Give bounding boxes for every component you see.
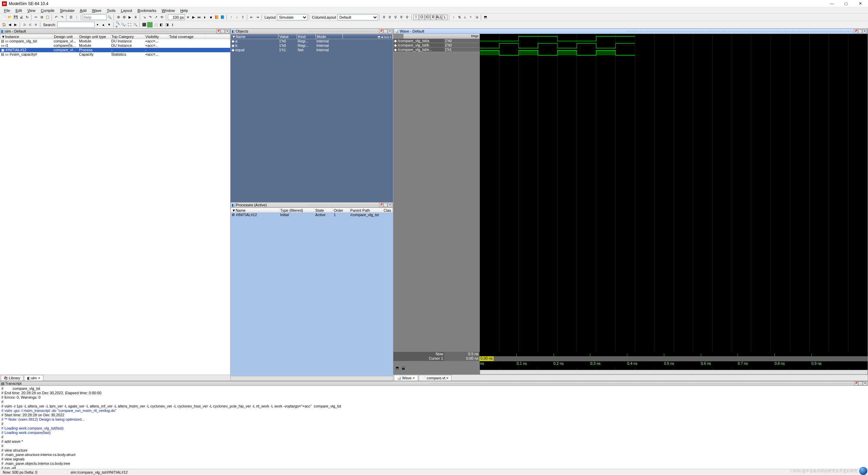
restart-icon[interactable]: ⟲ [159, 15, 164, 20]
book2-icon[interactable]: 📘 [220, 15, 225, 20]
processes-list-body[interactable]: ⚙ #INITIAL#12InitialActive1/compare_vlg_… [231, 213, 393, 376]
menu-file[interactable]: File [1, 8, 13, 13]
wave-signal-row[interactable]: ◆ /compare_vlg_tst/a1'h0 [393, 39, 480, 43]
sim-col-3[interactable]: Top Category [111, 34, 144, 39]
zoom-in-icon[interactable]: 🔍+ [115, 22, 121, 27]
obj-row[interactable]: ◆ equal1'h1NetInternal [231, 48, 393, 52]
step-in-icon[interactable]: ↘ [142, 15, 147, 20]
menu-wave[interactable]: Wave [89, 8, 104, 13]
cursor1-icon[interactable]: ↕ [451, 15, 456, 20]
wave-style6-icon[interactable]: ⫿ [170, 22, 176, 27]
wave-link3-icon[interactable]: ⚲ [393, 15, 398, 20]
sim-row[interactable]: ⊟ ▭ compare_vlg_tstcompare_vl...ModuleDU… [0, 39, 230, 43]
step-out-icon[interactable]: ↗ [153, 15, 159, 20]
contains-icon[interactable]: ⊃ [22, 22, 27, 27]
processes-scroll[interactable] [231, 376, 393, 381]
objects-list-body[interactable]: ◆ a1'h0Regi...Internal ◆ b1'h0Regi...Int… [231, 39, 393, 202]
cursor3-icon[interactable]: ⫰ [462, 15, 468, 20]
wave-close-icon[interactable]: ✕ [863, 29, 867, 33]
tab-close-icon[interactable]: ✕ [38, 377, 40, 380]
help-search-go-icon[interactable]: 🔍 [107, 15, 112, 20]
list-icon[interactable]: ⋮ [74, 15, 79, 20]
obj-col-2[interactable]: Kind [297, 34, 316, 39]
nav-up-icon[interactable]: ⇧ [240, 15, 245, 20]
home-icon[interactable]: 🏠 [1, 22, 7, 27]
menu-edit[interactable]: Edit [13, 8, 25, 13]
up-icon[interactable]: ↑ [229, 15, 234, 20]
sim-dock-icon[interactable]: 📌 [216, 29, 220, 33]
stop-icon[interactable]: ■ [208, 15, 214, 20]
break-icon[interactable]: ⏸ [133, 15, 138, 20]
step-over-icon[interactable]: ↷ [147, 15, 153, 20]
menu-view[interactable]: View [25, 8, 38, 13]
menu-add[interactable]: Add [77, 8, 90, 13]
compile-all-icon[interactable]: ⚙ [121, 15, 127, 20]
nav-next-icon[interactable]: ⇥ [255, 15, 260, 20]
wave-collapse-icon[interactable]: ⬓ [400, 365, 406, 370]
tab-compare-vt[interactable]: 📄 compare.vt ✕ [419, 375, 452, 381]
tab-library[interactable]: 📚 Library [1, 375, 23, 381]
search-next-icon[interactable]: ▼ [106, 22, 112, 27]
run-icon[interactable]: ▶ [191, 15, 196, 20]
radix-o-icon[interactable]: O [419, 15, 425, 20]
proc-col-4[interactable]: Parent Path [349, 208, 382, 212]
redo-icon[interactable]: ↷ [59, 15, 65, 20]
refresh-icon[interactable]: ↻ [24, 15, 30, 20]
sim-col-1[interactable]: Design unit [53, 34, 78, 39]
tab-wave[interactable]: 📊 Wave ✕ [394, 375, 418, 381]
maximize-button[interactable]: ▢ [842, 1, 850, 6]
sim-row[interactable]: ⊟ ▭ #vsim_capacity#CapacityStatistics+ac… [0, 52, 230, 57]
proc-col-2[interactable]: State [314, 208, 333, 212]
menu-bookmarks[interactable]: Bookmarks [135, 8, 159, 13]
search-dd-icon[interactable]: ▾ [95, 22, 100, 27]
close-icon[interactable]: ✕ [413, 377, 415, 380]
copy-icon[interactable]: ⧉ [39, 15, 44, 20]
radix-io-icon[interactable]: IO [425, 15, 430, 20]
run-length-input[interactable] [168, 14, 185, 20]
wave-canvas[interactable]: Msgs ◆ /compare_vlg_tst/a1'h0 ◆ /compare… [393, 34, 868, 375]
run-all-icon[interactable]: ⏭ [197, 15, 202, 20]
compile-icon[interactable]: ⚙ [116, 15, 121, 20]
menu-layout[interactable]: Layout [118, 8, 135, 13]
sim-list-body[interactable]: ⊟ ▭ compare_vlg_tstcompare_vl...ModuleDU… [0, 39, 230, 375]
starts-icon[interactable]: ⊂ [27, 22, 33, 27]
obj-row[interactable]: ◆ b1'h0Regi...Internal [231, 43, 393, 48]
cursor5-icon[interactable]: ⇲ [474, 15, 479, 20]
obj-col-1[interactable]: Value [278, 34, 297, 39]
proc-col-0[interactable]: ▼Name [231, 208, 279, 212]
processes-max-icon[interactable]: ⬜ [383, 203, 388, 207]
wave-cursor-marker[interactable]: 0.00 ns [479, 356, 494, 361]
obj-row[interactable]: ◆ a1'h0Regi...Internal [231, 39, 393, 43]
sim-row[interactable]: ▣ #INITIAL#12compare_vl...Process-- [0, 48, 230, 52]
sim-row[interactable]: ▭ i1compare(fa...ModuleDU Instance+acc=.… [0, 43, 230, 48]
search-input[interactable] [57, 22, 95, 27]
menu-window[interactable]: Window [159, 8, 178, 13]
transcript-close-icon[interactable]: ✕ [863, 381, 867, 385]
print-icon[interactable]: 🖨 [19, 15, 24, 20]
menu-simulate[interactable]: Simulate [57, 8, 77, 13]
back-icon[interactable]: ◀ [7, 22, 13, 27]
search-prev-icon[interactable]: ▲ [101, 22, 106, 27]
sim-col-2[interactable]: Design unit type [78, 34, 111, 39]
match-icon[interactable]: ≡ [33, 22, 39, 27]
proc-row[interactable]: ⚙ #INITIAL#12InitialActive1/compare_vlg_… [231, 213, 393, 217]
wave-style3-icon[interactable]: ⬜ [153, 22, 158, 27]
cursor2-icon[interactable]: ⇅ [457, 15, 462, 20]
sim-close-icon[interactable]: ✕ [225, 29, 229, 33]
radix-r-icon[interactable]: R [431, 15, 436, 20]
objects-max-icon[interactable]: ⬜ [383, 29, 388, 33]
tracker-icon[interactable]: ⬒ [483, 15, 488, 20]
wave-link4-icon[interactable]: ⚲ [399, 15, 404, 20]
wave-dock-icon[interactable]: 📌 [854, 29, 858, 33]
cut-icon[interactable]: ✂ [33, 15, 39, 20]
radix-all-icon[interactable]: ALL [436, 15, 442, 20]
filter-icon[interactable]: ☰ [68, 15, 74, 20]
new-icon[interactable]: 📄 [1, 15, 7, 20]
transcript-body[interactable]: # compare_vlg_tst# End time: 20:28:28 on… [0, 386, 868, 469]
obj-now-toggle[interactable]: ⬒ ■ Now ▾ [343, 34, 393, 39]
zoom-cursor-icon[interactable]: 🔍 [133, 22, 138, 27]
wave-style4-icon[interactable]: ◧ [159, 22, 164, 27]
wave-style1-icon[interactable]: ⬛ [141, 22, 147, 27]
menu-tools[interactable]: Tools [104, 8, 118, 13]
fwd-icon[interactable]: ▶ [13, 22, 18, 27]
